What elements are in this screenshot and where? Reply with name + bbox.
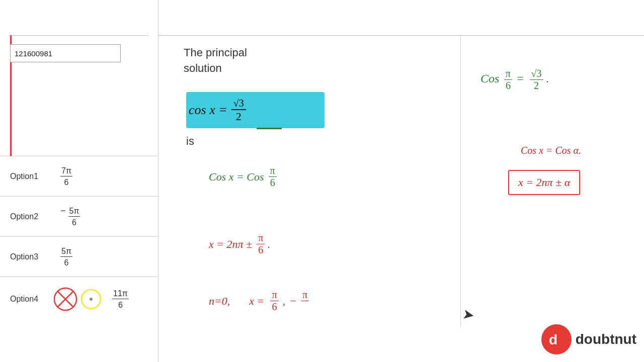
- option1-denominator: 6: [63, 177, 70, 187]
- cos-x-equals: cos x =: [189, 103, 227, 118]
- 6-denominator: 6: [504, 80, 512, 92]
- sqrt3-over-2-right: √3 2: [530, 68, 543, 92]
- pi-numerator: π: [504, 68, 512, 80]
- option3-row[interactable]: Option3 5π 6: [0, 236, 158, 277]
- main-top-line: [158, 35, 644, 36]
- doubtnut-d-icon: d: [546, 329, 567, 349]
- red-x-2npi-pi6: x = 2nπ ± π 6 .: [209, 232, 270, 256]
- green-cos-x-cos-pi6: Cos x = Cos π 6: [209, 165, 277, 189]
- options-container: Option1 7π 6 Option2 − 5π 6 Option3: [0, 156, 158, 321]
- question-text: The principalsolution: [184, 45, 314, 76]
- pi-mid-num: π: [269, 165, 277, 177]
- sqrt3-right: √3: [530, 68, 543, 80]
- doubtnut-brand: d doubtnut: [541, 324, 636, 354]
- svg-point-4: [90, 298, 93, 301]
- x-equals-sol: x =: [249, 295, 264, 308]
- main-content: The principalsolution cos x = √3 2 is Co…: [158, 0, 644, 362]
- pi-over-6-sol: π 6: [270, 289, 278, 313]
- option3-value: 5π 6: [60, 246, 72, 267]
- svg-text:d: d: [549, 332, 557, 347]
- option3-numerator: 5π: [60, 246, 72, 256]
- question-text-area: The principalsolution: [184, 45, 314, 76]
- option3-label: Option3: [10, 252, 50, 261]
- pi-sol-num: π: [270, 289, 278, 301]
- option4-label: Option4: [10, 295, 50, 304]
- green-formula-cos-pi6: Cos π 6 = √3 2 .: [480, 68, 549, 92]
- pi-red-num: π: [257, 232, 265, 244]
- neg-pi-text: −: [289, 295, 297, 308]
- question-id-box: 121600981: [10, 44, 121, 62]
- option2-numerator: 5π: [68, 206, 80, 216]
- pi-neg-num: π: [301, 289, 309, 301]
- option2-row[interactable]: Option2 − 5π 6: [0, 196, 158, 236]
- x-equals-2npi-text: x = 2nπ ±: [209, 238, 252, 251]
- red-circle-cross-icon: [53, 287, 78, 312]
- doubtnut-logo-icon: d: [541, 324, 572, 354]
- yellow-circle-icon: [80, 288, 102, 310]
- x-equals-2npi-alpha: x = 2nπ ± α: [518, 176, 570, 189]
- 6-mid-den: 6: [269, 177, 277, 189]
- option1-numerator: 7π: [60, 166, 72, 176]
- option2-value: − 5π 6: [60, 206, 80, 227]
- equals-sign: =: [517, 72, 524, 85]
- pi-over-6-red: π 6: [257, 232, 265, 256]
- is-text: is: [186, 135, 194, 148]
- option1-label: Option1: [10, 172, 50, 181]
- red-period: .: [267, 238, 270, 251]
- pi-neg: π 6: [301, 289, 309, 313]
- 6-red-den: 6: [257, 244, 265, 256]
- cos-x-middle: Cos x = Cos: [209, 170, 264, 184]
- option4-denominator: 6: [117, 300, 124, 310]
- option4-numerator: 11π: [112, 289, 129, 299]
- option1-value: 7π 6: [60, 165, 72, 187]
- 2-right: 2: [532, 80, 540, 92]
- top-divider: [10, 35, 148, 36]
- comma-sep: ,: [283, 295, 286, 308]
- cos-x-cos-alpha-text: Cos x = Cos α.: [521, 145, 581, 156]
- option3-denominator: 6: [63, 258, 70, 267]
- 6-sol-den: 6: [271, 301, 279, 313]
- red-n0-solutions: n=0, x = π 6 , − π 6: [209, 289, 309, 313]
- n-equals-0: n=0,: [209, 295, 230, 308]
- red-box-formula: x = 2nπ ± α: [508, 170, 580, 195]
- option2-denominator: 6: [71, 218, 77, 227]
- cos-pi6-text: Cos: [480, 72, 499, 85]
- red-cos-x-cos-alpha: Cos x = Cos α.: [521, 145, 581, 156]
- green-underline: [257, 128, 282, 129]
- cos-equation: cos x = √3 2: [189, 92, 246, 128]
- pi-over-6-middle: π 6: [269, 165, 277, 189]
- option4-row[interactable]: Option4 11π 6: [0, 277, 158, 321]
- sqrt3-over-2: √3 2: [231, 98, 246, 123]
- option4-value: 11π 6: [112, 288, 129, 309]
- period: .: [546, 72, 549, 85]
- option2-label: Option2: [10, 212, 50, 221]
- option1-row[interactable]: Option1 7π 6: [0, 156, 158, 196]
- question-id-text: 121600981: [15, 49, 52, 58]
- left-panel: 121600981 Option1 7π 6 Option2 − 5π 6: [0, 0, 158, 362]
- sqrt-symbol: √3: [233, 98, 244, 109]
- vertical-divider: [460, 35, 461, 327]
- cursor-arrow-icon: ➤: [461, 305, 475, 323]
- doubtnut-text-label: doubtnut: [576, 331, 636, 347]
- denominator-2: 2: [236, 110, 242, 123]
- pi-over-6-frac: π 6: [504, 68, 512, 92]
